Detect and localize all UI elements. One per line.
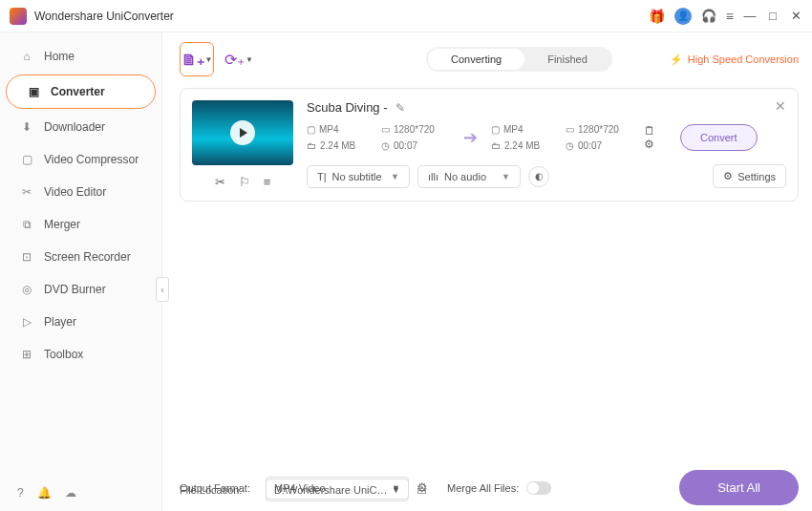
app-logo <box>10 8 27 25</box>
download-icon: ⬇ <box>19 119 34 135</box>
remove-file-button[interactable]: ✕ <box>775 98 786 114</box>
resolution-icon: ▭ <box>381 124 390 135</box>
toolbox-icon: ⊞ <box>19 347 34 362</box>
menu-icon[interactable]: ≡ <box>726 9 734 24</box>
merger-icon: ⧉ <box>19 217 34 232</box>
trim-icon[interactable]: ✂ <box>215 175 225 189</box>
add-file-icon: 🗎₊ <box>182 51 204 69</box>
settings-button[interactable]: ⚙ Settings <box>713 164 786 188</box>
sidebar-item-editor[interactable]: ✂ Video Editor <box>0 176 161 208</box>
effect-icon[interactable]: ≡ <box>264 175 271 189</box>
output-settings-icon[interactable]: 🗒⚙ <box>644 127 665 148</box>
merge-toggle[interactable] <box>526 481 551 495</box>
lightning-icon: ⚡ <box>670 53 683 66</box>
high-speed-toggle[interactable]: ⚡ High Speed Conversion <box>670 53 799 66</box>
sidebar-item-label: Video Compressor <box>44 153 139 166</box>
sidebar-item-recorder[interactable]: ⊡ Screen Recorder <box>0 241 161 273</box>
subtitle-icon: T| <box>317 171 327 182</box>
maximize-button[interactable]: □ <box>766 10 780 23</box>
sidebar-item-label: Converter <box>51 85 105 98</box>
sidebar-collapse-button[interactable]: ‹ <box>156 277 169 302</box>
crop-icon[interactable]: ⚐ <box>239 175 250 189</box>
clock-icon: ◷ <box>381 140 390 151</box>
tabs: Converting Finished <box>426 47 612 72</box>
audio-icon: ıllı <box>428 171 438 182</box>
chevron-down-icon: ▼ <box>392 485 400 495</box>
bell-icon[interactable]: 🔔 <box>37 486 52 500</box>
help-icon[interactable]: ? <box>17 486 24 500</box>
chevron-down-icon: ▼ <box>502 172 510 181</box>
sidebar-item-label: Toolbox <box>44 348 83 361</box>
dst-duration: 00:07 <box>578 140 602 151</box>
format-icon: ▢ <box>307 124 315 135</box>
minimize-button[interactable]: — <box>743 10 757 23</box>
add-url-button[interactable]: ⟳₊ ▼ <box>222 42 256 76</box>
titlebar: Wondershare UniConverter 🎁 👤 🎧 ≡ — □ ✕ <box>0 0 812 32</box>
dst-format: MP4 <box>503 124 524 135</box>
info-button[interactable]: ◐ <box>528 166 549 187</box>
sidebar-item-toolbox[interactable]: ⊞ Toolbox <box>0 338 161 371</box>
file-title: Scuba Diving - <box>307 100 388 115</box>
headset-icon[interactable]: 🎧 <box>701 9 716 23</box>
editor-icon: ✂ <box>19 184 34 200</box>
sidebar-item-compressor[interactable]: ▢ Video Compressor <box>0 143 161 176</box>
sidebar-item-home[interactable]: ⌂ Home <box>0 40 161 73</box>
sidebar-item-label: Player <box>44 315 76 329</box>
resolution-icon: ▭ <box>566 124 574 135</box>
src-size: 2.24 MB <box>320 140 355 151</box>
src-duration: 00:07 <box>394 140 417 151</box>
sidebar-item-label: Screen Recorder <box>44 250 131 264</box>
sidebar-item-label: Downloader <box>44 120 105 134</box>
sidebar-item-label: Home <box>44 50 75 63</box>
sidebar-item-label: Video Editor <box>44 185 106 199</box>
dst-size: 2.24 MB <box>504 140 540 151</box>
file-location-label: File Location: <box>180 484 258 496</box>
sidebar-item-dvd[interactable]: ◎ DVD Burner <box>0 273 161 306</box>
chevron-down-icon: ▼ <box>205 55 213 64</box>
url-icon: ⟳₊ <box>224 51 245 69</box>
open-folder-icon[interactable]: 🗀 <box>417 483 428 497</box>
subtitle-dropdown[interactable]: T| No subtitle ▼ <box>307 165 410 188</box>
edit-title-icon[interactable]: ✎ <box>395 101 405 115</box>
video-thumbnail[interactable] <box>192 100 293 165</box>
sidebar-item-label: DVD Burner <box>44 283 106 296</box>
clock-icon: ◷ <box>566 140 574 151</box>
file-location-select[interactable]: D:\Wondershare UniConverter ▼ <box>266 479 409 501</box>
compressor-icon: ▢ <box>19 152 34 167</box>
sidebar-item-converter[interactable]: ▣ Converter <box>6 75 156 109</box>
format-icon: ▢ <box>491 124 500 135</box>
dvd-icon: ◎ <box>19 282 34 297</box>
play-icon <box>240 128 247 138</box>
start-all-button[interactable]: Start All <box>679 470 799 505</box>
file-location-value: D:\Wondershare UniConverter <box>274 484 392 496</box>
sidebar-item-player[interactable]: ▷ Player <box>0 306 161 338</box>
home-icon: ⌂ <box>19 49 34 64</box>
dst-resolution: 1280*720 <box>578 124 619 135</box>
tab-finished[interactable]: Finished <box>524 49 610 70</box>
subtitle-value: No subtitle <box>332 171 382 182</box>
play-button[interactable] <box>230 120 255 145</box>
convert-button[interactable]: Convert <box>680 124 758 151</box>
add-file-button[interactable]: 🗎₊ ▼ <box>180 42 214 76</box>
recorder-icon: ⊡ <box>19 249 34 265</box>
cloud-icon[interactable]: ☁ <box>65 486 76 500</box>
user-avatar[interactable]: 👤 <box>674 8 692 25</box>
player-icon: ▷ <box>19 314 34 330</box>
converter-icon: ▣ <box>26 84 41 99</box>
gift-icon[interactable]: 🎁 <box>649 9 665 24</box>
app-title: Wondershare UniConverter <box>34 10 174 23</box>
gear-icon: ⚙ <box>723 170 733 182</box>
sidebar-item-downloader[interactable]: ⬇ Downloader <box>0 111 161 143</box>
src-resolution: 1280*720 <box>394 124 435 135</box>
close-button[interactable]: ✕ <box>789 10 802 23</box>
arrow-icon: ➔ <box>463 127 478 148</box>
sidebar-item-merger[interactable]: ⧉ Merger <box>0 208 161 241</box>
chevron-down-icon: ▼ <box>246 55 253 64</box>
tab-converting[interactable]: Converting <box>428 49 524 70</box>
hsc-label: High Speed Conversion <box>688 53 799 65</box>
folder-icon: 🗀 <box>491 140 501 151</box>
audio-dropdown[interactable]: ıllı No audio ▼ <box>417 165 521 188</box>
sidebar-item-label: Merger <box>44 218 80 231</box>
audio-value: No audio <box>444 171 486 182</box>
src-format: MP4 <box>319 124 339 135</box>
